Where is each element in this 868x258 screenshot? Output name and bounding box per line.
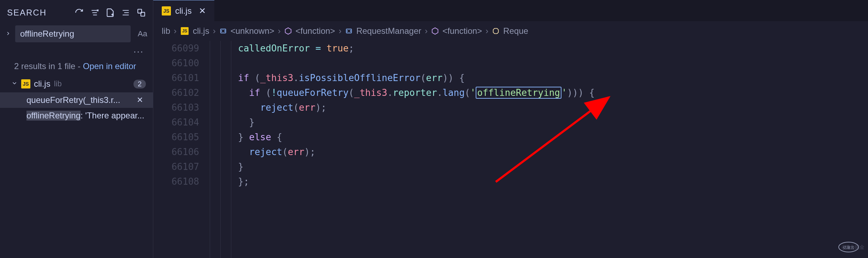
breadcrumb-part[interactable]: <unknown> bbox=[231, 26, 274, 36]
line-number: 66101 bbox=[153, 70, 199, 85]
line-number: 66105 bbox=[153, 130, 199, 145]
search-input-row: Aa ab .* bbox=[0, 22, 153, 46]
breadcrumb-part[interactable]: RequestManager bbox=[356, 26, 421, 36]
line-number: 66104 bbox=[153, 115, 199, 130]
line-number: 66106 bbox=[153, 145, 199, 159]
expand-search-chevron-icon[interactable] bbox=[5, 29, 11, 38]
method-icon bbox=[492, 27, 500, 35]
file-name: cli.js bbox=[34, 79, 50, 89]
file-path: lib bbox=[54, 79, 130, 88]
breadcrumb-part[interactable]: <function> bbox=[296, 26, 335, 36]
breadcrumb-separator: › bbox=[486, 26, 488, 36]
breadcrumb-part[interactable]: Reque bbox=[503, 26, 528, 36]
line-number: 66099 bbox=[153, 41, 199, 56]
code-line[interactable]: calledOnError = true; bbox=[238, 41, 868, 56]
results-summary: 2 results in 1 file - Open in editor bbox=[0, 57, 153, 75]
tab-bar: JS cli.js ✕ bbox=[153, 0, 868, 21]
code-line[interactable] bbox=[238, 56, 868, 70]
code-line[interactable]: } bbox=[238, 159, 868, 174]
search-header: SEARCH bbox=[0, 4, 153, 22]
code-line[interactable]: if (!queueForRetry(_this3.reporter.lang(… bbox=[238, 85, 868, 100]
code-line[interactable]: reject(err); bbox=[238, 145, 868, 159]
breadcrumb-separator: › bbox=[213, 26, 216, 36]
toggle-details-icon[interactable]: ··· bbox=[0, 46, 153, 57]
open-in-editor-link[interactable]: Open in editor bbox=[83, 61, 136, 71]
line-number: 66103 bbox=[153, 100, 199, 115]
result-text: queueForRetry(_this3.r... bbox=[26, 95, 134, 105]
cloud-logo: 亿速云 bbox=[836, 238, 861, 256]
search-result-line[interactable]: queueForRetry(_this3.r... ✕ bbox=[0, 92, 153, 108]
file-result-header[interactable]: JS cli.js lib 2 bbox=[0, 75, 153, 92]
editor-tab[interactable]: JS cli.js ✕ bbox=[153, 0, 214, 21]
breadcrumb-separator: › bbox=[339, 26, 341, 36]
new-search-editor-icon[interactable] bbox=[106, 8, 115, 17]
breadcrumb-part[interactable]: cli.js bbox=[193, 26, 209, 36]
line-number: 66107 bbox=[153, 159, 199, 174]
dismiss-result-icon[interactable]: ✕ bbox=[134, 96, 146, 105]
js-file-icon: JS bbox=[21, 79, 30, 88]
module-icon bbox=[345, 27, 353, 35]
breadcrumb-part[interactable]: <function> bbox=[442, 26, 482, 36]
search-sidebar: SEARCH Aa ab .* ··· 2 results in 1 fil bbox=[0, 0, 153, 258]
code-line[interactable]: } else { bbox=[238, 130, 868, 145]
case-sensitive-toggle[interactable]: Aa bbox=[135, 27, 150, 41]
close-tab-icon[interactable]: ✕ bbox=[199, 6, 206, 16]
refresh-icon[interactable] bbox=[75, 8, 84, 17]
indent-guides bbox=[210, 41, 238, 258]
search-input[interactable] bbox=[15, 25, 131, 42]
collapse-icon[interactable] bbox=[137, 8, 146, 17]
js-file-icon: JS bbox=[181, 27, 189, 35]
result-text: offlineRetrying: 'There appear... bbox=[26, 111, 146, 121]
search-result-line[interactable]: offlineRetrying: 'There appear... bbox=[0, 108, 153, 123]
function-icon bbox=[284, 27, 292, 35]
breadcrumb-separator: › bbox=[174, 26, 177, 36]
breadcrumb[interactable]: lib › JS cli.js › <unknown> › <function>… bbox=[153, 21, 868, 41]
results-count-text: 2 results in 1 file - bbox=[14, 61, 83, 71]
clear-search-icon[interactable] bbox=[90, 8, 99, 17]
line-numbers-gutter: 6609966100661016610266103661046610566106… bbox=[153, 41, 210, 258]
breadcrumb-part[interactable]: lib bbox=[162, 26, 170, 36]
svg-text:亿速云: 亿速云 bbox=[843, 245, 855, 250]
code-line[interactable]: reject(err); bbox=[238, 100, 868, 115]
search-title: SEARCH bbox=[7, 8, 68, 18]
js-file-icon: JS bbox=[162, 6, 171, 16]
tab-filename: cli.js bbox=[175, 6, 192, 16]
view-tree-icon[interactable] bbox=[121, 8, 130, 17]
file-match-count: 2 bbox=[133, 80, 146, 88]
code-line[interactable]: } bbox=[238, 115, 868, 130]
collapse-file-chevron-icon[interactable] bbox=[11, 79, 18, 88]
editor-area: JS cli.js ✕ lib › JS cli.js › <unknown> … bbox=[153, 0, 868, 258]
line-number: 66102 bbox=[153, 85, 199, 100]
code-line[interactable]: if (_this3.isPossibleOfflineError(err)) … bbox=[238, 70, 868, 85]
line-number: 66108 bbox=[153, 174, 199, 189]
editor-content[interactable]: 6609966100661016610266103661046610566106… bbox=[153, 41, 868, 258]
function-icon bbox=[431, 27, 439, 35]
code-line[interactable]: }; bbox=[238, 174, 868, 189]
code-area[interactable]: calledOnError = true;if (_this3.isPossib… bbox=[238, 41, 868, 258]
line-number: 66100 bbox=[153, 56, 199, 70]
breadcrumb-separator: › bbox=[425, 26, 428, 36]
module-icon bbox=[219, 27, 227, 35]
breadcrumb-separator: › bbox=[278, 26, 281, 36]
